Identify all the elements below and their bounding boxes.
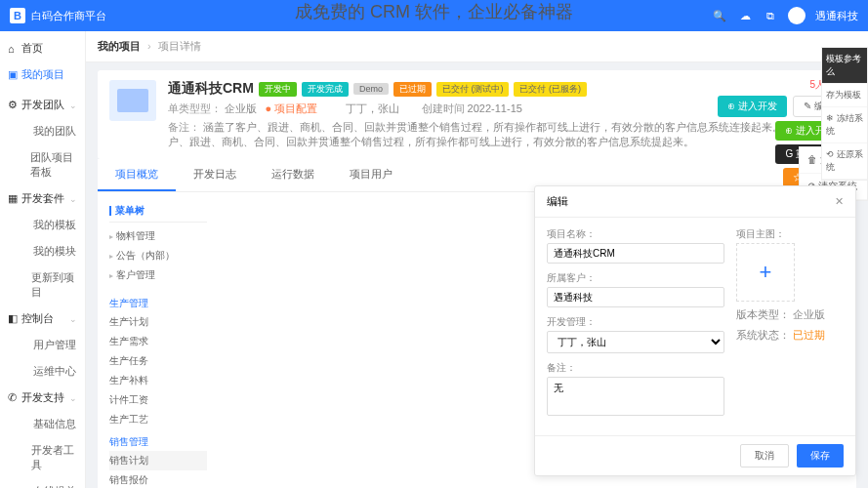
page-banner: 成免费的 CRM 软件，企业必备神器: [295, 0, 573, 23]
edit-modal: 编辑 ✕ 项目名称： 所属客户： 开发管理： 丁丁，张山 备注： 无 项目主图：: [534, 185, 856, 476]
project-icon: [109, 80, 156, 121]
config-link[interactable]: ● 项目配置: [266, 102, 318, 114]
list-item[interactable]: 生产任务: [109, 351, 207, 371]
modal-title: 编辑: [547, 194, 568, 209]
sidebar-item[interactable]: 运维中心: [0, 358, 85, 385]
manager-select[interactable]: 丁丁，张山: [547, 331, 724, 353]
close-icon[interactable]: ✕: [835, 195, 844, 208]
save-button[interactable]: 保存: [797, 444, 844, 468]
sidebar-item[interactable]: 团队项目看板: [0, 144, 85, 185]
list-item[interactable]: 销售报价: [109, 470, 207, 488]
status-badge: 开发完成: [302, 82, 349, 97]
panel-item[interactable]: ⟲ 还原系统: [822, 143, 867, 180]
name-input[interactable]: [547, 243, 724, 264]
breadcrumb-current: 项目详情: [158, 40, 201, 52]
panel-item[interactable]: 模板参考么: [822, 48, 867, 84]
logo-icon: B: [10, 8, 25, 23]
sidebar-item[interactable]: 我的模板: [0, 212, 85, 238]
bell-icon[interactable]: ⧉: [763, 8, 778, 23]
project-header: 通通科技CRM 开发中 开发完成 Demo 已过期 已交付 (测试中) 已交付 …: [98, 70, 856, 159]
panel-item[interactable]: ❄ 冻结系统: [822, 107, 867, 143]
list-item[interactable]: ▸ 公告（内部）: [109, 246, 207, 265]
sidebar-item[interactable]: 更新到项目: [0, 264, 85, 305]
sidebar-item[interactable]: ⚙开发团队⌄: [0, 92, 85, 118]
status-badge: Demo: [353, 83, 389, 95]
tab[interactable]: 开发日志: [176, 159, 254, 191]
note-input[interactable]: 无: [547, 377, 724, 416]
sidebar-item[interactable]: ▦开发套件⌄: [0, 185, 85, 212]
search-icon[interactable]: 🔍: [712, 8, 727, 23]
status-badge: 已过期: [393, 82, 432, 97]
list-item[interactable]: 生产计划: [109, 312, 207, 332]
sidebar-item[interactable]: ◧控制台⌄: [0, 305, 85, 332]
sidebar-item[interactable]: 开发者工具: [0, 437, 85, 478]
tab[interactable]: 项目概览: [98, 159, 176, 191]
brand-name: 白码合作商平台: [31, 9, 106, 23]
project-title: 通通科技CRM: [168, 80, 254, 98]
list-item[interactable]: 计件工资: [109, 390, 207, 410]
sidebar-item[interactable]: 基础信息: [0, 411, 85, 437]
image-upload[interactable]: +: [736, 243, 795, 302]
list-item[interactable]: ▸ 物料管理: [109, 226, 207, 246]
list-item[interactable]: 生产工艺: [109, 410, 207, 429]
user-name: 遇通科技: [815, 9, 858, 23]
sidebar-item[interactable]: 我的团队: [0, 118, 85, 144]
cloud-icon[interactable]: ☁: [737, 8, 753, 23]
sidebar-item[interactable]: ▣我的项目: [0, 61, 85, 88]
breadcrumb: 我的项目 › 项目详情: [86, 31, 868, 62]
tab[interactable]: 项目用户: [332, 159, 410, 191]
sidebar-item[interactable]: 我的模块: [0, 238, 85, 264]
enter-dev-button[interactable]: ⊕ 进入开发: [718, 96, 787, 117]
avatar[interactable]: [788, 7, 806, 24]
breadcrumb-root[interactable]: 我的项目: [98, 40, 141, 52]
list-item[interactable]: ▸ 客户管理: [109, 265, 207, 285]
status-badge: 开发中: [259, 82, 297, 97]
customer-input[interactable]: [547, 287, 724, 307]
sidebar-item[interactable]: ⌂首页: [0, 35, 85, 61]
status-badge: 已交付 (已服务): [514, 82, 587, 97]
status-badge: 已交付 (测试中): [436, 82, 510, 97]
right-panel: 模板参考么存为模板❄ 冻结系统⟲ 还原系统: [821, 47, 868, 181]
panel-item[interactable]: 存为模板: [822, 84, 867, 107]
sidebar: ⌂首页▣我的项目⚙开发团队⌄我的团队团队项目看板▦开发套件⌄我的模板我的模块更新…: [0, 31, 86, 488]
sidebar-item[interactable]: 在线提单: [0, 478, 85, 488]
list-item[interactable]: 销售计划: [109, 451, 207, 470]
list-item[interactable]: 生产需求: [109, 332, 207, 351]
cancel-button[interactable]: 取消: [740, 444, 789, 468]
tab[interactable]: 运行数据: [254, 159, 332, 191]
sidebar-item[interactable]: ✆开发支持⌄: [0, 385, 85, 411]
sidebar-item[interactable]: 用户管理: [0, 332, 85, 358]
list-item[interactable]: 生产补料: [109, 371, 207, 390]
